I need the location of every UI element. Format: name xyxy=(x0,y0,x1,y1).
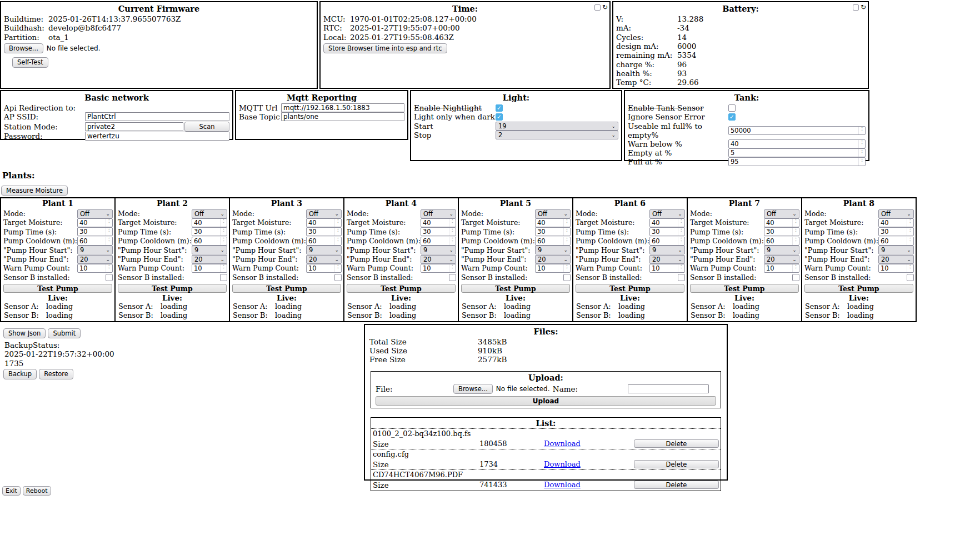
pump-hour-start-select[interactable]: 9⌄ xyxy=(306,246,342,254)
warn-pump-count-input[interactable]: 10˄˅ xyxy=(77,264,113,273)
mode-select[interactable]: Off⌄ xyxy=(421,209,456,218)
test-pump-button[interactable]: Test Pump xyxy=(690,284,799,293)
show-json-button[interactable]: Show Json xyxy=(3,328,46,338)
number-spinner[interactable]: ˄˅ xyxy=(858,149,865,157)
tank-empty-input[interactable]: 5 ˄˅ xyxy=(728,148,866,157)
number-spinner[interactable]: ˄˅ xyxy=(678,228,684,236)
mode-select[interactable]: Off⌄ xyxy=(306,209,342,218)
test-pump-button[interactable]: Test Pump xyxy=(461,284,570,293)
warn-pump-count-input[interactable]: 10˄˅ xyxy=(535,264,571,273)
pump-time-input[interactable]: 30˄˅ xyxy=(878,227,914,236)
station-mode-input[interactable] xyxy=(85,122,183,131)
ap-ssid-input[interactable] xyxy=(85,112,229,121)
pump-cooldown-input[interactable]: 60˄˅ xyxy=(77,237,113,246)
number-spinner[interactable]: ˄˅ xyxy=(858,158,865,166)
pump-hour-start-select[interactable]: 9⌄ xyxy=(77,246,113,254)
ignore-sensor-error-checkbox[interactable]: ✓ xyxy=(728,113,736,121)
number-spinner[interactable]: ˄˅ xyxy=(678,219,684,227)
pump-hour-end-select[interactable]: 20⌄ xyxy=(77,255,113,264)
number-spinner[interactable]: ˄˅ xyxy=(334,237,341,245)
number-spinner[interactable]: ˄˅ xyxy=(449,237,456,245)
backup-button[interactable]: Backup xyxy=(3,369,37,379)
mode-select[interactable]: Off⌄ xyxy=(535,209,571,218)
mode-select[interactable]: Off⌄ xyxy=(77,209,113,218)
pump-hour-end-select[interactable]: 20⌄ xyxy=(421,255,456,264)
target-moisture-input[interactable]: 40˄˅ xyxy=(535,218,571,227)
pump-cooldown-input[interactable]: 60˄˅ xyxy=(535,237,571,246)
pump-hour-start-select[interactable]: 9⌄ xyxy=(192,246,227,254)
delete-button[interactable]: Delete xyxy=(634,460,719,468)
number-spinner[interactable]: ˄˅ xyxy=(858,127,865,134)
number-spinner[interactable]: ˄˅ xyxy=(792,219,799,227)
pump-time-input[interactable]: 30˄˅ xyxy=(306,227,342,236)
pump-time-input[interactable]: 30˄˅ xyxy=(192,227,227,236)
warn-pump-count-input[interactable]: 10˄˅ xyxy=(192,264,227,273)
light-stop-select[interactable]: 2 ⌄ xyxy=(496,131,618,139)
target-moisture-input[interactable]: 40˄˅ xyxy=(878,218,914,227)
delete-button[interactable]: Delete xyxy=(634,481,719,489)
number-spinner[interactable]: ˄˅ xyxy=(106,228,112,236)
test-pump-button[interactable]: Test Pump xyxy=(118,284,227,293)
pump-cooldown-input[interactable]: 60˄˅ xyxy=(878,237,914,246)
number-spinner[interactable]: ˄˅ xyxy=(907,219,913,227)
number-spinner[interactable]: ˄˅ xyxy=(449,264,456,272)
tank-useable-input[interactable]: 50000 ˄˅ xyxy=(728,126,866,135)
number-spinner[interactable]: ˄˅ xyxy=(220,264,227,272)
pump-time-input[interactable]: 30˄˅ xyxy=(649,227,685,236)
number-spinner[interactable]: ˄˅ xyxy=(907,228,913,236)
time-auto-refresh-checkbox[interactable] xyxy=(594,4,601,11)
target-moisture-input[interactable]: 40˄˅ xyxy=(764,218,799,227)
number-spinner[interactable]: ˄˅ xyxy=(907,237,913,245)
target-moisture-input[interactable]: 40˄˅ xyxy=(306,218,342,227)
warn-pump-count-input[interactable]: 10˄˅ xyxy=(421,264,456,273)
number-spinner[interactable]: ˄˅ xyxy=(449,228,456,236)
battery-auto-refresh-checkbox[interactable] xyxy=(853,4,859,11)
upload-browse-button[interactable]: Browse... xyxy=(453,384,493,394)
self-test-button[interactable]: Self-Test xyxy=(12,57,48,67)
number-spinner[interactable]: ˄˅ xyxy=(334,219,341,227)
measure-moisture-button[interactable]: Measure Moisture xyxy=(1,186,68,196)
upload-name-input[interactable] xyxy=(628,384,709,393)
warn-pump-count-input[interactable]: 10˄˅ xyxy=(306,264,342,273)
pump-cooldown-input[interactable]: 60˄˅ xyxy=(764,237,799,246)
refresh-icon[interactable]: ↻ xyxy=(861,4,866,11)
pump-hour-end-select[interactable]: 20⌄ xyxy=(878,255,914,264)
pump-hour-end-select[interactable]: 20⌄ xyxy=(649,255,685,264)
pump-hour-start-select[interactable]: 9⌄ xyxy=(649,246,685,254)
sensor-b-installed-checkbox[interactable] xyxy=(220,274,227,281)
mqtt-url-input[interactable] xyxy=(281,103,404,112)
tank-warn-input[interactable]: 40 ˄˅ xyxy=(728,139,866,148)
firmware-browse-button[interactable]: Browse... xyxy=(4,43,43,53)
pump-hour-end-select[interactable]: 20⌄ xyxy=(306,255,342,264)
pump-hour-end-select[interactable]: 20⌄ xyxy=(192,255,227,264)
pump-hour-start-select[interactable]: 9⌄ xyxy=(535,246,571,254)
restore-button[interactable]: Restore xyxy=(39,369,73,379)
sensor-b-installed-checkbox[interactable] xyxy=(563,274,571,281)
number-spinner[interactable]: ˄˅ xyxy=(106,237,112,245)
number-spinner[interactable]: ˄˅ xyxy=(106,264,112,272)
target-moisture-input[interactable]: 40˄˅ xyxy=(649,218,685,227)
sensor-b-installed-checkbox[interactable] xyxy=(449,274,456,281)
number-spinner[interactable]: ˄˅ xyxy=(792,228,799,236)
number-spinner[interactable]: ˄˅ xyxy=(792,264,799,272)
test-pump-button[interactable]: Test Pump xyxy=(804,284,913,293)
number-spinner[interactable]: ˄˅ xyxy=(563,237,570,245)
refresh-icon[interactable]: ↻ xyxy=(602,4,608,11)
test-pump-button[interactable]: Test Pump xyxy=(3,284,112,293)
sensor-b-installed-checkbox[interactable] xyxy=(792,274,799,281)
test-pump-button[interactable]: Test Pump xyxy=(576,284,684,293)
number-spinner[interactable]: ˄˅ xyxy=(220,237,227,245)
pump-hour-start-select[interactable]: 9⌄ xyxy=(421,246,456,254)
sensor-b-installed-checkbox[interactable] xyxy=(106,274,113,281)
number-spinner[interactable]: ˄˅ xyxy=(449,219,456,227)
mode-select[interactable]: Off⌄ xyxy=(764,209,799,218)
sensor-b-installed-checkbox[interactable] xyxy=(907,274,914,281)
number-spinner[interactable]: ˄˅ xyxy=(792,237,799,245)
mode-select[interactable]: Off⌄ xyxy=(649,209,685,218)
tank-full-input[interactable]: 95 ˄˅ xyxy=(728,157,866,166)
submit-button[interactable]: Submit xyxy=(48,328,81,338)
exit-button[interactable]: Exit xyxy=(2,486,21,496)
number-spinner[interactable]: ˄˅ xyxy=(907,264,913,272)
number-spinner[interactable]: ˄˅ xyxy=(106,219,112,227)
number-spinner[interactable]: ˄˅ xyxy=(220,228,227,236)
